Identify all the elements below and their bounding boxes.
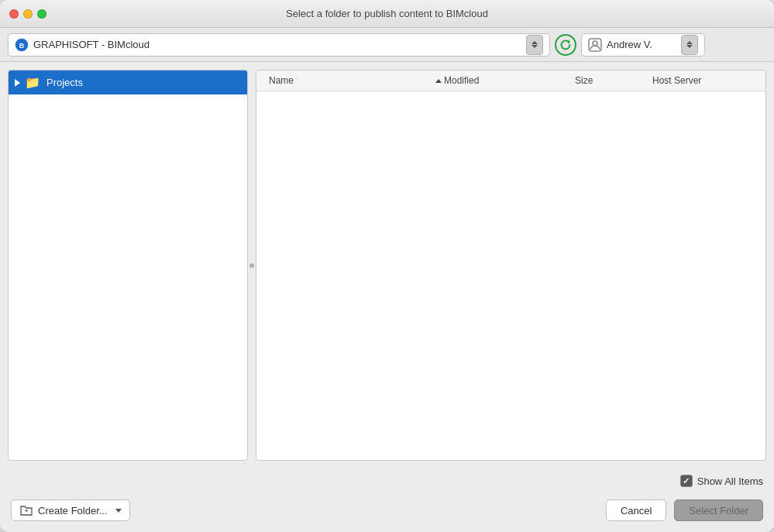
tree-item-label: Projects xyxy=(46,77,83,88)
splitter-handle-icon xyxy=(249,263,254,268)
title-bar: Select a folder to publish content to BI… xyxy=(0,0,774,28)
server-name-label: GRAPHISOFT - BIMcloud xyxy=(33,39,521,50)
stepper-down-icon xyxy=(531,45,538,48)
svg-marker-2 xyxy=(568,39,570,44)
cancel-button[interactable]: Cancel xyxy=(606,499,666,521)
bimcloud-icon: B xyxy=(15,38,29,52)
splitter[interactable] xyxy=(248,70,256,461)
user-icon xyxy=(588,38,602,52)
file-table-body xyxy=(256,91,765,460)
refresh-button[interactable] xyxy=(555,34,576,56)
user-selector[interactable]: Andrew V. xyxy=(581,33,705,57)
close-button[interactable] xyxy=(9,9,19,19)
col-host-header[interactable]: Host Server xyxy=(652,75,753,86)
svg-text:+: + xyxy=(25,507,29,514)
file-panel: Name Modified Size Host Server xyxy=(256,70,766,461)
tree-item-projects[interactable]: 📁 Projects xyxy=(9,70,247,94)
create-folder-button[interactable]: + Create Folder... xyxy=(11,499,130,521)
create-folder-label: Create Folder... xyxy=(38,505,108,517)
select-folder-button[interactable]: Select Folder xyxy=(674,499,763,521)
user-stepper-down-icon xyxy=(686,45,693,48)
minimize-button[interactable] xyxy=(23,9,33,19)
dialog-buttons: Cancel Select Folder xyxy=(606,499,763,521)
show-all-items-row: Show All Items xyxy=(680,475,763,487)
dialog-window: Select a folder to publish content to BI… xyxy=(0,0,774,532)
col-size-header[interactable]: Size xyxy=(575,75,652,86)
refresh-icon xyxy=(559,39,572,51)
table-header: Name Modified Size Host Server xyxy=(256,70,765,91)
bottom-bar: Show All Items xyxy=(0,469,774,493)
create-folder-icon: + xyxy=(19,503,33,517)
action-bar: + Create Folder... Cancel Select Folder xyxy=(0,493,774,532)
window-title: Select a folder to publish content to BI… xyxy=(286,8,488,19)
create-folder-dropdown-icon xyxy=(115,509,122,513)
server-selector[interactable]: B GRAPHISOFT - BIMcloud xyxy=(8,33,550,57)
user-name-label: Andrew V. xyxy=(607,39,676,50)
show-all-items-label: Show All Items xyxy=(697,475,763,487)
server-stepper[interactable] xyxy=(526,35,543,55)
maximize-button[interactable] xyxy=(37,9,46,19)
svg-point-4 xyxy=(593,41,597,46)
sort-asc-icon xyxy=(435,79,442,83)
show-all-items-checkbox[interactable] xyxy=(680,475,693,487)
stepper-up-icon xyxy=(531,41,538,44)
col-modified-header[interactable]: Modified xyxy=(435,75,575,86)
user-stepper[interactable] xyxy=(681,35,698,55)
folder-icon: 📁 xyxy=(25,75,40,90)
tree-panel: 📁 Projects xyxy=(8,70,248,461)
svg-text:B: B xyxy=(19,42,25,50)
col-name-header[interactable]: Name xyxy=(269,75,435,86)
toolbar: B GRAPHISOFT - BIMcloud Andrew V. xyxy=(0,28,774,62)
main-content: 📁 Projects Name Modified Size xyxy=(0,62,774,469)
window-controls xyxy=(9,9,46,19)
user-stepper-up-icon xyxy=(686,41,693,44)
tree-expand-arrow-icon xyxy=(15,79,20,87)
